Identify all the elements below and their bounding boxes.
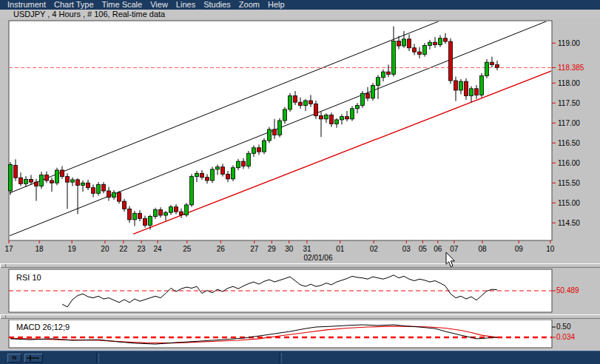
date-tick-label: 01	[336, 245, 345, 253]
menu-bar: InstrumentChart TypeTime ScaleViewLinesS…	[0, 0, 600, 10]
menu-item-time-scale[interactable]: Time Scale	[102, 0, 143, 10]
mouse-cursor	[445, 252, 456, 268]
date-tick-label: 19	[68, 245, 77, 253]
candlestick	[55, 168, 59, 186]
candlestick	[351, 107, 354, 121]
date-tick-label: 25	[183, 245, 192, 253]
date-tick-label: 23	[138, 245, 146, 253]
macd-plot-area[interactable]	[9, 320, 552, 348]
macd-panel-title: MACD 26;12;9	[16, 323, 70, 331]
pointer-tool-button[interactable]: N	[7, 354, 21, 363]
date-tick-label: 08	[478, 245, 487, 253]
date-tick-label: 10	[546, 245, 555, 253]
date-tick-label: 31	[303, 245, 311, 253]
date-tick-label: 06	[434, 245, 442, 253]
period-date-label: 02/01/06	[259, 254, 377, 262]
candlestick	[263, 138, 266, 155]
candlestick	[247, 151, 251, 169]
menu-item-view[interactable]: View	[150, 0, 168, 10]
candlestick	[361, 91, 365, 108]
menu-item-chart-type[interactable]: Chart Type	[54, 0, 94, 10]
price-tick-label: 117.50	[558, 99, 580, 107]
rsi-current-value: 50.489	[556, 286, 579, 294]
date-tick-label: 05	[419, 245, 428, 253]
chart-title-bar: USDJPY , 4 Hours , # 106, Real-time data	[0, 10, 600, 18]
price-tick-label: 116.00	[558, 159, 580, 167]
candlestick	[211, 167, 215, 183]
main-price-chart[interactable]: 119.00118.00117.50117.00116.50116.00115.…	[0, 18, 600, 263]
splitter-handle[interactable]	[0, 314, 6, 319]
macd-current-value: 0.034	[556, 333, 575, 341]
date-tick-label: 30	[285, 245, 294, 253]
price-tick-label: 115.50	[558, 179, 580, 187]
date-tick-label: 17	[4, 245, 13, 253]
splitter-handle[interactable]	[0, 263, 6, 268]
date-tick-label: 24	[154, 245, 163, 253]
horizontal-splitter[interactable]	[6, 263, 600, 268]
date-tick-label: 03	[402, 245, 411, 253]
rsi-indicator-panel[interactable]	[0, 269, 600, 314]
price-tick-label: 117.00	[558, 119, 580, 127]
date-tick-label: 26	[217, 245, 226, 253]
candlestick	[480, 73, 484, 98]
macd-upper-value: 0.50	[556, 323, 570, 331]
status-bar-divider	[96, 353, 99, 363]
menu-item-help[interactable]: Help	[268, 0, 285, 10]
menu-item-instrument[interactable]: Instrument	[7, 0, 46, 10]
date-tick-label: 20	[101, 245, 109, 253]
candlestick	[371, 83, 375, 101]
rsi-panel-title: RSI 10	[16, 273, 41, 282]
macd-indicator-panel[interactable]	[0, 320, 600, 351]
date-tick-label: 02	[370, 245, 379, 253]
current-price-label: 118.385	[558, 64, 584, 72]
horizontal-splitter[interactable]	[6, 314, 600, 319]
line-tool-icon	[25, 354, 41, 362]
line-tool-button[interactable]	[24, 354, 43, 363]
price-tick-label: 119.00	[558, 39, 580, 47]
menu-item-lines[interactable]: Lines	[176, 0, 195, 10]
candlestick	[185, 203, 189, 217]
candlestick	[268, 127, 272, 144]
candlestick	[278, 118, 282, 138]
candlestick	[232, 165, 235, 181]
date-tick-label: 22	[119, 245, 128, 253]
status-bar: N	[0, 351, 600, 364]
date-tick-label: 27	[250, 245, 259, 253]
menu-item-studies[interactable]: Studies	[203, 0, 231, 10]
date-tick-label: 18	[36, 245, 44, 253]
candlestick	[190, 174, 194, 206]
date-tick-label: 09	[515, 245, 524, 253]
candlestick	[449, 38, 453, 84]
candlestick	[9, 162, 13, 195]
menu-item-zoom[interactable]: Zoom	[239, 0, 260, 10]
status-bar-divider	[279, 353, 282, 363]
price-tick-label: 116.50	[558, 139, 580, 147]
price-tick-label: 118.00	[558, 79, 580, 87]
charting-app: { "menu": { "items": ["Instrument", "Cha…	[0, 0, 600, 364]
candlestick	[289, 93, 292, 112]
price-tick-label: 114.50	[558, 219, 580, 227]
date-tick-label: 29	[268, 245, 277, 253]
chart-title: USDJPY , 4 Hours , # 106, Real-time data	[13, 10, 165, 18]
price-tick-label: 115.00	[558, 199, 580, 207]
